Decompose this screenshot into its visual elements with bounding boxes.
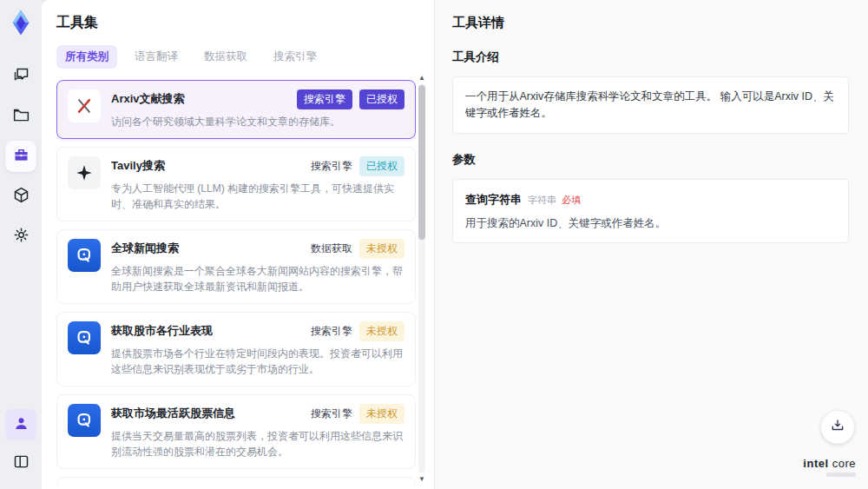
sidebar-item-files[interactable] — [5, 101, 36, 132]
page-title: 工具集 — [56, 14, 434, 32]
left-icon-rail — [0, 0, 42, 489]
tool-description: 全球新闻搜索是一个聚合全球各大新闻网站内容的搜索引擎，帮助用户快速获取全球最新资… — [111, 263, 404, 294]
tool-card-head: 全球新闻搜索 数据获取 未授权 — [111, 239, 404, 259]
intel-logo-subline — [826, 472, 856, 477]
app-logo — [7, 9, 35, 36]
tool-name: 全球新闻搜索 — [111, 239, 179, 256]
user-icon — [12, 414, 30, 436]
sidebar-item-panel-toggle[interactable] — [5, 447, 36, 479]
rail-nav — [5, 61, 36, 252]
rail-bottom — [5, 409, 36, 479]
download-button[interactable] — [821, 411, 854, 444]
tool-category-label: 数据获取 — [311, 241, 352, 256]
category-tab[interactable]: 搜索引擎 — [265, 45, 326, 69]
tool-card-head: 获取市场最活跃股票信息 搜索引擎 未授权 — [111, 404, 404, 424]
tool-card[interactable]: 万维地区新闻查询 搜索引擎 未授权 查询具体行政区划内的新闻，快速了解各地新闻动 — [56, 477, 416, 485]
intro-box: 一个用于从Arxiv存储库搜索科学论文和文章的工具。 输入可以是Arxiv ID… — [452, 76, 849, 134]
tool-category-label: 搜索引擎 — [311, 324, 352, 339]
sidebar-item-profile[interactable] — [5, 409, 36, 440]
tool-description: 专为人工智能代理 (LLM) 构建的搜索引擎工具，可快速提供实时、准确和真实的结… — [111, 181, 404, 212]
intel-brand-word: intel — [803, 457, 828, 470]
tool-category-label: 搜索引擎 — [311, 159, 352, 174]
tool-name: 获取市场最活跃股票信息 — [111, 404, 235, 421]
tool-name: Tavily搜索 — [111, 156, 165, 174]
tool-auth-badge: 未授权 — [359, 321, 404, 341]
tool-detail-pane: 工具详情 工具介绍 一个用于从Arxiv存储库搜索科学论文和文章的工具。 输入可… — [435, 0, 868, 489]
chat-icon — [12, 66, 30, 88]
main-surface: 工具集 所有类别语言翻译数据获取搜索引擎 Arxiv文献搜索 搜索引擎 已授权 … — [42, 0, 868, 489]
sidebar-item-chat[interactable] — [5, 61, 36, 92]
tool-card-body: Tavily搜索 搜索引擎 已授权 专为人工智能代理 (LLM) 构建的搜索引擎… — [111, 156, 404, 212]
param-box: 查询字符串字符串必填 用于搜索的Arxiv ID、关键字或作者姓名。 — [452, 179, 849, 243]
intro-text: 一个用于从Arxiv存储库搜索科学论文和文章的工具。 输入可以是Arxiv ID… — [465, 89, 836, 122]
toolbox-icon — [12, 146, 30, 168]
scroll-down-icon[interactable]: ▼ — [417, 476, 427, 483]
panel-toggle-icon — [12, 453, 30, 474]
param-required-flag: 必填 — [562, 195, 581, 205]
tool-category-label: 搜索引擎 — [311, 406, 352, 421]
sidebar-item-settings[interactable] — [5, 221, 36, 252]
intel-core-logo: intel core — [803, 457, 856, 477]
category-tab[interactable]: 数据获取 — [195, 45, 256, 69]
param-description: 用于搜索的Arxiv ID、关键字或作者姓名。 — [465, 216, 836, 231]
category-tab[interactable]: 所有类别 — [56, 45, 117, 69]
tools-pane: 工具集 所有类别语言翻译数据获取搜索引擎 Arxiv文献搜索 搜索引擎 已授权 … — [42, 0, 434, 489]
tool-description: 访问各个研究领域大量科学论文和文章的存储库。 — [111, 114, 404, 129]
param-header: 查询字符串字符串必填 — [465, 191, 836, 208]
folder-icon — [12, 106, 30, 128]
tool-card[interactable]: 全球新闻搜索 数据获取 未授权 全球新闻搜索是一个聚合全球各大新闻网站内容的搜索… — [56, 229, 416, 304]
tool-tags: 搜索引擎 未授权 — [311, 404, 404, 424]
category-tabs: 所有类别语言翻译数据获取搜索引擎 — [56, 45, 434, 69]
tool-auth-badge: 已授权 — [359, 156, 404, 176]
param-name: 查询字符串 — [465, 193, 522, 206]
param-type: 字符串 — [528, 195, 556, 205]
tool-tags: 搜索引擎 已授权 — [297, 89, 404, 109]
tool-card-head: Tavily搜索 搜索引擎 已授权 — [111, 156, 404, 176]
tool-card[interactable]: 获取市场最活跃股票信息 搜索引擎 未授权 提供当天交易量最高的股票列表，投资者可… — [56, 394, 416, 469]
tool-card-body: 全球新闻搜索 数据获取 未授权 全球新闻搜索是一个聚合全球各大新闻网站内容的搜索… — [111, 239, 404, 294]
params-heading: 参数 — [452, 152, 849, 168]
settings-icon — [12, 226, 30, 248]
download-icon — [830, 418, 845, 437]
package-icon — [12, 186, 30, 208]
sidebar-item-packages[interactable] — [5, 181, 36, 212]
tool-tags: 数据获取 未授权 — [311, 239, 404, 259]
tool-card[interactable]: Arxiv文献搜索 搜索引擎 已授权 访问各个研究领域大量科学论文和文章的存储库… — [56, 80, 416, 139]
tool-card-body: 获取股市各行业表现 搜索引擎 未授权 提供股票市场各个行业在特定时间段内的表现。… — [111, 321, 404, 377]
tool-description: 提供股票市场各个行业在特定时间段内的表现。投资者可以利用这些信息来识别表现优于或… — [111, 346, 404, 377]
tool-card-head: Arxiv文献搜索 搜索引擎 已授权 — [111, 89, 404, 109]
tool-card-head: 获取股市各行业表现 搜索引擎 未授权 — [111, 321, 404, 341]
detail-title: 工具详情 — [452, 15, 849, 31]
tool-auth-badge: 已授权 — [359, 89, 404, 109]
tool-card[interactable]: 获取股市各行业表现 搜索引擎 未授权 提供股票市场各个行业在特定时间段内的表现。… — [56, 312, 416, 387]
scroll-up-icon[interactable]: ▲ — [417, 75, 427, 82]
tool-tags: 搜索引擎 已授权 — [311, 156, 404, 176]
tool-list: Arxiv文献搜索 搜索引擎 已授权 访问各个研究领域大量科学论文和文章的存储库… — [56, 80, 416, 485]
tool-name: 获取股市各行业表现 — [111, 321, 213, 339]
tool-category-label: 搜索引擎 — [297, 89, 352, 109]
tool-description: 提供当天交易量最高的股票列表，投资者可以利用这些信息来识别流动性强的股票和潜在的… — [111, 428, 404, 459]
intro-heading: 工具介绍 — [452, 50, 849, 65]
tool-card[interactable]: Tavily搜索 搜索引擎 已授权 专为人工智能代理 (LLM) 构建的搜索引擎… — [56, 147, 416, 221]
tavily-star-icon — [68, 156, 101, 189]
tool-card-body: Arxiv文献搜索 搜索引擎 已授权 访问各个研究领域大量科学论文和文章的存储库… — [111, 89, 404, 129]
blue-app-icon — [68, 321, 101, 354]
blue-app-icon — [68, 239, 101, 272]
arxiv-icon — [68, 89, 101, 122]
scrollbar-thumb[interactable] — [418, 85, 425, 240]
tool-auth-badge: 未授权 — [359, 239, 404, 259]
intel-core-word: core — [832, 457, 856, 470]
tool-tags: 搜索引擎 未授权 — [311, 321, 404, 341]
tool-auth-badge: 未授权 — [359, 404, 404, 424]
blue-app-icon — [68, 404, 101, 437]
sidebar-item-toolbox[interactable] — [5, 141, 36, 172]
tool-name: Arxiv文献搜索 — [111, 89, 185, 107]
list-scrollbar[interactable]: ▲ ▼ — [417, 75, 427, 483]
tool-card-body: 获取市场最活跃股票信息 搜索引擎 未授权 提供当天交易量最高的股票列表，投资者可… — [111, 404, 404, 459]
category-tab[interactable]: 语言翻译 — [126, 45, 187, 69]
